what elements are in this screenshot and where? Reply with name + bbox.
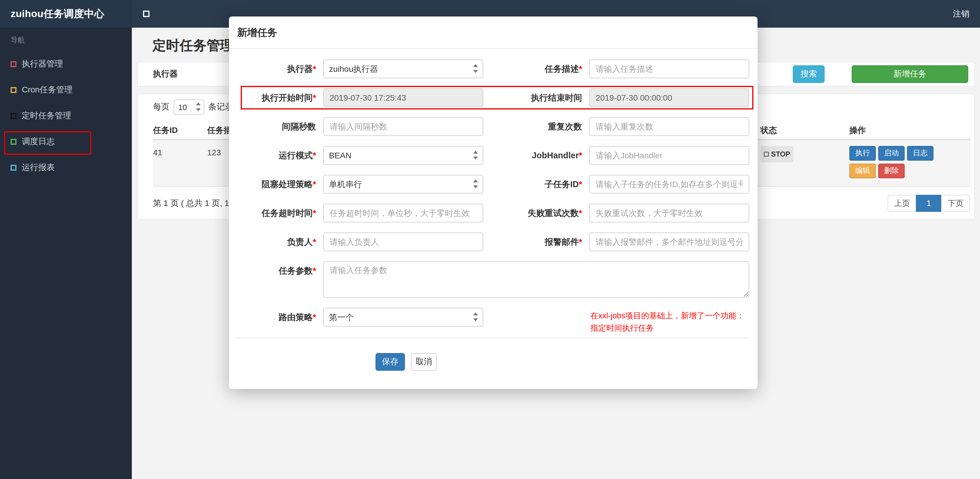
action-row-1: 执行 启动 日志 — [850, 146, 970, 161]
modal-footer: 保存 取消 — [229, 338, 757, 389]
route-strategy-select-wrap: 第一个 — [323, 308, 483, 326]
modal-body: 执行器* zuihou执行器 任务描述* 执行开始时间* 执行结束时间 间隔秒数… — [229, 49, 757, 338]
edit-button[interactable]: 编辑 — [850, 164, 876, 178]
repeat-label: 重复次数 — [483, 117, 589, 136]
retry-input[interactable] — [589, 204, 749, 223]
task-desc-label: 任务描述* — [483, 59, 589, 78]
owner-label: 负责人* — [235, 232, 323, 251]
sidebar-item-schedule-log[interactable]: 调度日志 — [0, 129, 132, 155]
run-mode-label: 运行模式* — [235, 146, 323, 165]
child-task-input[interactable] — [589, 175, 749, 194]
form-row-3: 间隔秒数 重复次数 — [235, 117, 749, 136]
delete-button[interactable]: 删除 — [878, 164, 905, 178]
note-cell: 在xxl-jobs项目的基础上，新增了一个功能： 指定时间执行任务 — [589, 308, 749, 326]
start-time-input[interactable] — [323, 88, 483, 107]
feature-note-text: 在xxl-jobs项目的基础上，新增了一个功能： 指定时间执行任务 — [590, 310, 745, 334]
per-page-select-wrap: 10 — [173, 99, 204, 115]
retry-label: 失败重试次数* — [483, 204, 589, 223]
sidebar-item-executor-manage[interactable]: 执行器管理 — [0, 51, 132, 77]
search-button[interactable]: 搜索 — [793, 65, 825, 83]
sidebar-item-label: Cron任务管理 — [22, 85, 73, 95]
status-badge: STOP — [760, 146, 794, 162]
run-button[interactable]: 执行 — [850, 146, 876, 161]
cell-status: STOP — [760, 146, 850, 162]
run-mode-select[interactable]: BEAN — [323, 146, 483, 165]
form-row-2: 执行开始时间* 执行结束时间 — [235, 88, 749, 107]
per-page-select[interactable]: 10 — [173, 99, 204, 115]
jobhandler-label: JobHandler* — [483, 146, 589, 165]
jobhandler-input[interactable] — [589, 146, 749, 165]
add-task-button[interactable]: 新增任务 — [852, 65, 968, 83]
timeout-input[interactable] — [323, 204, 483, 223]
sidebar-item-label: 调度日志 — [22, 137, 55, 147]
form-row-1: 执行器* zuihou执行器 任务描述* — [235, 59, 749, 78]
app-root: zuihou任务调度中心 注销 导航 执行器管理 Cron任务管理 定时任务管理… — [0, 0, 980, 479]
executor-select[interactable]: zuihou执行器 — [323, 59, 483, 78]
modal-title: 新增任务 — [237, 25, 277, 39]
route-strategy-select[interactable]: 第一个 — [323, 308, 483, 326]
owner-input[interactable] — [323, 232, 483, 251]
status-badge-label: STOP — [771, 148, 790, 161]
child-task-label: 子任务ID* — [483, 175, 589, 194]
route-spacer — [483, 308, 589, 326]
save-button[interactable]: 保存 — [375, 353, 405, 371]
sidebar-item-label: 执行器管理 — [22, 59, 63, 70]
pagination: 上页 1 下页 — [888, 195, 970, 212]
form-row-route: 路由策略* 第一个 在xxl-jobs项目的基础上，新增了一个功能： 指定时间执… — [235, 308, 749, 326]
page-1-button[interactable]: 1 — [916, 195, 942, 212]
prev-page-button[interactable]: 上页 — [888, 195, 916, 212]
logout-link[interactable]: 注销 — [953, 8, 969, 19]
executor-filter-label: 执行器 — [153, 69, 178, 80]
col-header-status: 状态 — [760, 121, 850, 139]
form-row-6: 任务超时时间* 失败重试次数* — [235, 204, 749, 223]
sidebar-item-cron-tasks[interactable]: Cron任务管理 — [0, 77, 132, 103]
square-icon — [11, 113, 16, 119]
task-params-textarea[interactable] — [323, 261, 749, 298]
cell-task-id: 41 — [153, 146, 207, 159]
feature-note-line1: 在xxl-jobs项目的基础上，新增了一个功能： — [590, 310, 745, 322]
sidebar-item-run-report[interactable]: 运行报表 — [0, 155, 132, 181]
cell-actions: 执行 启动 日志 编辑 删除 — [850, 146, 970, 181]
form-row-params: 任务参数* — [235, 261, 749, 298]
form-row-5: 阻塞处理策略* 单机串行 子任务ID* — [235, 175, 749, 194]
alarm-email-label: 报警邮件* — [483, 232, 589, 251]
square-icon — [11, 165, 16, 171]
route-strategy-label: 路由策略* — [235, 308, 323, 326]
menu-toggle-icon[interactable] — [143, 11, 150, 17]
sidebar-nav-label: 导航 — [0, 28, 132, 51]
sidebar-item-label: 运行报表 — [22, 162, 55, 173]
block-strategy-label: 阻塞处理策略* — [235, 175, 323, 194]
add-task-modal: 新增任务 执行器* zuihou执行器 任务描述* 执行开始时间* 执行结束时间… — [229, 16, 757, 389]
log-button[interactable]: 日志 — [907, 146, 934, 161]
per-page-label-before: 每页 — [153, 102, 170, 112]
square-icon — [11, 61, 16, 67]
cancel-button[interactable]: 取消 — [411, 353, 437, 371]
alarm-email-input[interactable] — [589, 232, 749, 251]
executor-label: 执行器* — [235, 59, 323, 78]
col-header-task-id: 任务ID — [153, 121, 207, 139]
start-button[interactable]: 启动 — [878, 146, 905, 161]
block-strategy-select-wrap: 单机串行 — [323, 175, 483, 194]
end-time-input[interactable] — [589, 88, 749, 107]
interval-input[interactable] — [323, 117, 483, 136]
run-mode-select-wrap: BEAN — [323, 146, 483, 165]
block-strategy-select[interactable]: 单机串行 — [323, 175, 483, 194]
square-icon — [764, 152, 769, 156]
sidebar: 导航 执行器管理 Cron任务管理 定时任务管理 调度日志 运行报表 — [0, 28, 132, 479]
form-row-4: 运行模式* BEAN JobHandler* — [235, 146, 749, 165]
sidebar-item-timed-tasks[interactable]: 定时任务管理 — [0, 103, 132, 129]
brand-title: zuihou任务调度中心 — [0, 0, 132, 28]
square-icon — [11, 87, 16, 93]
start-time-label: 执行开始时间* — [235, 88, 323, 107]
next-page-button[interactable]: 下页 — [941, 195, 970, 212]
square-icon — [11, 139, 16, 145]
task-desc-input[interactable] — [589, 59, 749, 78]
sidebar-item-label: 定时任务管理 — [22, 111, 71, 121]
repeat-input[interactable] — [589, 117, 749, 136]
timeout-label: 任务超时时间* — [235, 204, 323, 223]
interval-label: 间隔秒数 — [235, 117, 323, 136]
end-time-label: 执行结束时间 — [483, 88, 589, 107]
form-row-7: 负责人* 报警邮件* — [235, 232, 749, 251]
feature-note-line2: 指定时间执行任务 — [590, 322, 745, 334]
col-header-actions: 操作 — [850, 121, 970, 139]
